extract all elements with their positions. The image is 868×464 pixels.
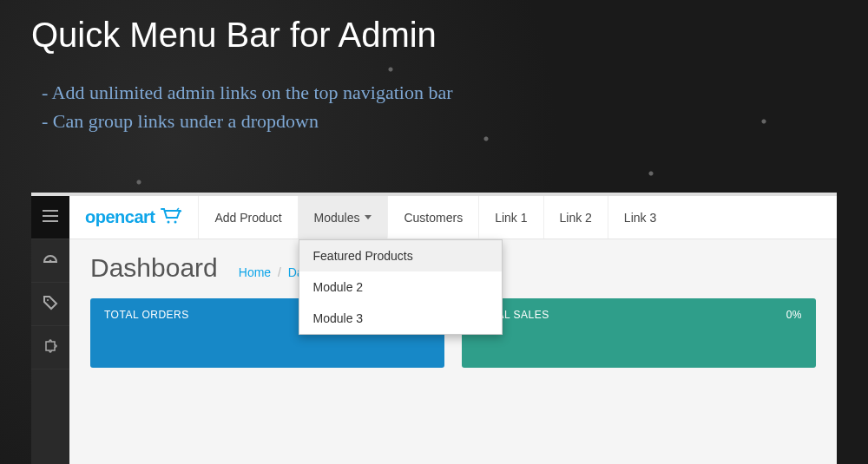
nav-add-product[interactable]: Add Product xyxy=(198,196,297,239)
nav-link2[interactable]: Link 2 xyxy=(543,196,608,239)
nav-label: Customers xyxy=(404,211,463,225)
nav-label: Link 1 xyxy=(495,211,527,225)
sidebar-item-catalog[interactable] xyxy=(31,283,69,326)
puzzle-icon xyxy=(43,338,58,357)
cart-icon xyxy=(160,207,182,228)
nav-link1[interactable]: Link 1 xyxy=(478,196,542,239)
svg-rect-0 xyxy=(43,210,58,212)
brand-logo[interactable]: opencart xyxy=(69,196,198,239)
nav-label: Modules xyxy=(314,211,360,225)
menu-icon xyxy=(43,210,58,225)
svg-point-4 xyxy=(47,299,49,301)
admin-panel: opencart Add Product Modules Featured Pr… xyxy=(31,193,837,464)
logo-text: opencart xyxy=(85,207,155,227)
card-percent: 0% xyxy=(786,309,802,321)
nav-modules[interactable]: Modules Featured Products Module 2 Modul… xyxy=(298,196,388,239)
modules-dropdown: Featured Products Module 2 Module 3 xyxy=(299,239,503,335)
hero-bullets: - Add unlimited admin links on the top n… xyxy=(42,78,453,135)
svg-point-3 xyxy=(49,259,52,262)
main-column: opencart Add Product Modules Featured Pr… xyxy=(69,196,837,464)
hero-title: Quick Menu Bar for Admin xyxy=(31,16,437,55)
tag-icon xyxy=(43,295,58,314)
nav-label: Link 2 xyxy=(560,211,592,225)
card-label: TOTAL ORDERS xyxy=(104,309,189,321)
svg-rect-1 xyxy=(43,215,58,217)
page-title: Dashboard xyxy=(90,253,218,283)
svg-point-5 xyxy=(168,220,170,223)
svg-rect-2 xyxy=(43,220,58,222)
sidebar-item-menu[interactable] xyxy=(31,196,69,239)
nav-label: Add Product xyxy=(214,211,281,225)
sidebar-item-extensions[interactable] xyxy=(31,326,69,369)
gauge-icon xyxy=(43,252,58,271)
hero-bullet-1: - Add unlimited admin links on the top n… xyxy=(42,78,453,107)
sidebar xyxy=(31,196,69,464)
nav-link3[interactable]: Link 3 xyxy=(608,196,672,239)
breadcrumb-home[interactable]: Home xyxy=(239,265,271,279)
chevron-down-icon xyxy=(365,215,372,219)
svg-point-6 xyxy=(174,220,177,223)
top-navigation: opencart Add Product Modules Featured Pr… xyxy=(69,196,837,239)
dropdown-item-featured[interactable]: Featured Products xyxy=(299,240,502,271)
breadcrumb-separator: / xyxy=(278,265,281,279)
card-total-sales[interactable]: TOTAL SALES 0% xyxy=(462,298,816,368)
dropdown-item-module3[interactable]: Module 3 xyxy=(299,303,502,334)
hero-bullet-2: - Can group links under a dropdown xyxy=(42,107,453,135)
sidebar-item-dashboard[interactable] xyxy=(31,239,69,283)
nav-label: Link 3 xyxy=(624,211,656,225)
dropdown-item-module2[interactable]: Module 2 xyxy=(299,271,502,303)
nav-customers[interactable]: Customers xyxy=(387,196,478,239)
